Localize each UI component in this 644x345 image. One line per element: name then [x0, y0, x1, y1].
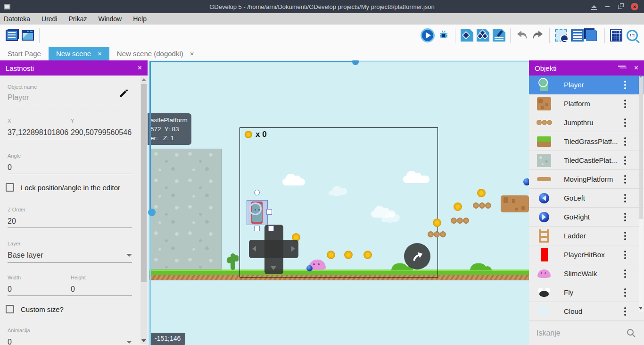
resize-handle-right[interactable]	[266, 209, 272, 215]
object-item-cloud[interactable]: Cloud	[529, 302, 644, 321]
jumpthru-instance[interactable]	[451, 218, 469, 224]
delete-selection-button[interactable]	[553, 27, 569, 43]
more-options-icon[interactable]	[624, 235, 626, 237]
object-item-ladder[interactable]: Ladder	[529, 227, 644, 245]
menu-item-uredi[interactable]: Uredi	[41, 15, 57, 23]
scrollbar-thumb[interactable]	[148, 209, 156, 216]
chevron-down-icon[interactable]	[126, 254, 132, 257]
lock-position-checkbox[interactable]	[6, 183, 14, 192]
tab-close-icon[interactable]: ×	[190, 50, 194, 58]
grid-button[interactable]	[608, 27, 624, 43]
object-item-player[interactable]: Player	[529, 76, 644, 94]
filter-icon[interactable]	[618, 66, 626, 70]
scrollbar-thumb[interactable]	[141, 84, 147, 282]
minimize-icon[interactable]	[605, 6, 610, 7]
edit-scene-button[interactable]	[491, 27, 507, 43]
keep-above-icon[interactable]	[591, 5, 597, 8]
rotation-handle[interactable]	[254, 190, 260, 195]
coin-instance[interactable]	[433, 219, 441, 227]
menu-item-prikaz[interactable]: Prikaz	[69, 15, 87, 23]
z-order-value[interactable]: 20	[8, 217, 16, 226]
more-options-icon[interactable]	[624, 197, 626, 199]
tab-close-icon[interactable]: ×	[98, 50, 102, 58]
layers-button[interactable]	[585, 27, 601, 43]
coin-instance[interactable]	[363, 251, 372, 259]
more-options-icon[interactable]	[624, 292, 626, 294]
jumpthru-instance[interactable]	[428, 231, 446, 237]
more-options-icon[interactable]	[624, 216, 626, 218]
object-item-tiledcastleplat-[interactable]: TiledCastlePlat...	[529, 151, 644, 170]
tab-new-scene-events[interactable]: New scene (dogodki)×	[109, 47, 202, 60]
search-input[interactable]: Iskanje	[537, 329, 626, 337]
object-item-goright[interactable]: GoRight	[529, 208, 644, 227]
tab-start-page[interactable]: Start Page	[0, 47, 49, 60]
more-options-icon[interactable]	[624, 160, 626, 161]
layer-value[interactable]: Base layer	[8, 251, 43, 260]
add-object-button[interactable]	[459, 27, 475, 43]
object-search[interactable]: Iskanje	[529, 321, 644, 345]
y-value[interactable]: 290,50799560546	[71, 128, 132, 137]
tab-new-scene[interactable]: New scene×	[49, 47, 109, 60]
scrollbar-thumb[interactable]	[352, 60, 359, 65]
more-options-icon[interactable]	[624, 254, 626, 256]
scroll-up-icon[interactable]	[141, 78, 146, 81]
object-item-fly[interactable]: Fly	[529, 283, 644, 302]
object-item-platform[interactable]: Platform	[529, 94, 644, 113]
start-page-button[interactable]	[20, 27, 36, 43]
menu-item-window[interactable]: Window	[98, 15, 122, 23]
redo-button[interactable]	[530, 27, 546, 43]
object-item-goleft[interactable]: GoLeft	[529, 189, 644, 208]
cactus[interactable]	[231, 253, 235, 270]
goleft-instance[interactable]	[306, 265, 313, 271]
platform-instance[interactable]	[501, 195, 529, 212]
undo-button[interactable]	[514, 27, 530, 43]
preview-button[interactable]	[420, 27, 436, 43]
instances-list-button[interactable]	[569, 27, 585, 43]
debug-button[interactable]	[436, 27, 452, 43]
x-value[interactable]: 37,122898101806	[8, 128, 68, 137]
more-options-icon[interactable]	[624, 141, 626, 143]
menu-item-datoteka[interactable]: Datoteka	[4, 15, 30, 23]
object-item-tiledgrassplatf-[interactable]: TiledGrassPlatf...	[529, 132, 644, 151]
objects-scrollbar[interactable]	[639, 76, 644, 312]
scroll-down-icon[interactable]	[141, 339, 146, 342]
coin-instance[interactable]	[327, 251, 335, 259]
more-options-icon[interactable]	[624, 122, 626, 124]
close-icon[interactable]: ×	[634, 64, 638, 72]
object-item-jumpthru[interactable]: Jumpthru	[529, 113, 644, 132]
coin-instance[interactable]	[344, 251, 353, 259]
resize-handle-bottom-left[interactable]	[254, 226, 260, 231]
scroll-down-icon[interactable]	[639, 307, 643, 310]
more-options-icon[interactable]	[624, 273, 626, 275]
object-item-movingplatform[interactable]: MovingPlatform	[529, 170, 644, 189]
properties-scrollbar[interactable]	[140, 76, 147, 344]
canvas-vertical-scrollbar[interactable]	[149, 61, 151, 345]
chevron-down-icon[interactable]	[126, 341, 132, 344]
scrollbar-thumb[interactable]	[639, 77, 643, 219]
object-item-playerhitbox[interactable]: PlayerHitBox	[529, 245, 644, 264]
add-objects-button[interactable]	[475, 27, 491, 43]
angle-value[interactable]: 0	[8, 163, 12, 172]
more-options-icon[interactable]	[624, 178, 626, 180]
castle-platform-instance[interactable]	[150, 149, 222, 269]
restore-icon[interactable]	[618, 5, 622, 9]
bush[interactable]	[470, 263, 487, 270]
more-options-icon[interactable]	[624, 311, 626, 312]
close-icon[interactable]: ×	[631, 3, 638, 10]
scene-canvas[interactable]: x 0	[148, 60, 529, 345]
jump-button-instance[interactable]	[404, 243, 430, 269]
coin-instance[interactable]	[477, 189, 486, 197]
resize-handle-bottom-right[interactable]	[268, 226, 274, 231]
width-value[interactable]: 0	[8, 285, 12, 294]
height-value[interactable]: 0	[71, 285, 75, 294]
animation-value[interactable]: 0	[8, 338, 12, 345]
more-options-icon[interactable]	[624, 84, 626, 86]
jumpthru-instance[interactable]	[473, 202, 491, 209]
more-options-icon[interactable]	[624, 103, 626, 105]
zoom-reset-button[interactable]: 1:1	[624, 27, 640, 43]
menu-item-help[interactable]: Help	[133, 15, 147, 23]
edit-pencil-icon[interactable]	[118, 89, 128, 99]
project-manager-button[interactable]	[4, 27, 20, 43]
custom-size-checkbox[interactable]	[6, 305, 14, 313]
close-icon[interactable]: ×	[138, 64, 142, 72]
